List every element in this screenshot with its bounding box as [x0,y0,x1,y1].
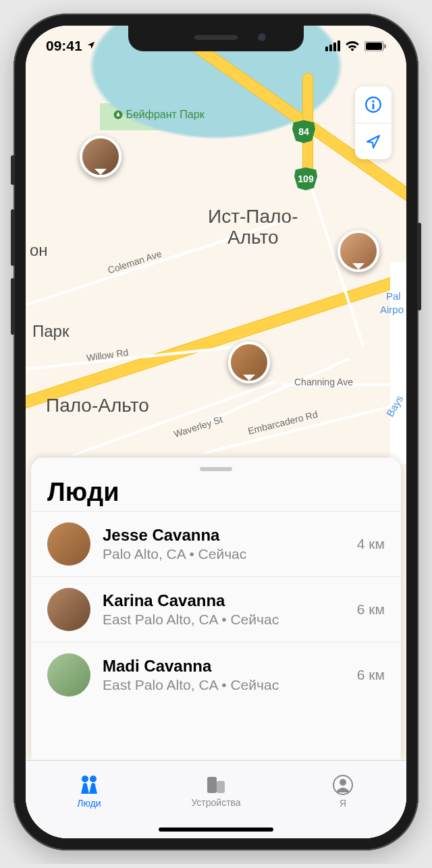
person-name: Madi Cavanna [103,657,345,676]
tab-label: Устройства [191,797,240,808]
avatar [47,653,90,697]
notch [128,26,304,51]
svg-rect-11 [207,777,217,793]
svg-point-5 [372,101,374,103]
svg-rect-6 [373,103,375,109]
location-arrow-icon [365,134,381,150]
map-avatar-pin-2[interactable] [338,230,379,272]
phone-frame: 09:41 Бейфрант Парк [14,13,418,850]
map-street-channing: Channing Ave [294,377,353,387]
svg-rect-2 [384,44,386,48]
svg-point-8 [90,776,97,782]
home-indicator[interactable] [159,828,273,832]
map-city-label-main: Ист-Пало- Альто [208,207,298,248]
person-distance: 6 км [357,601,385,618]
map-shield-109: 109 [294,167,317,190]
location-services-icon [86,40,96,50]
person-row[interactable]: Jesse Cavanna Palo Alto, CA • Сейчас 4 к… [31,511,401,576]
wifi-icon [345,40,360,51]
avatar [47,522,90,566]
map-info-button[interactable] [355,86,392,123]
svg-point-7 [82,776,88,782]
person-subtitle: Palo Alto, CA • Сейчас [103,546,345,562]
map-avatar-pin-3[interactable] [228,342,270,383]
tab-me[interactable]: Я [279,761,406,822]
person-distance: 4 км [357,536,385,552]
svg-point-14 [340,779,346,786]
svg-rect-9 [83,783,87,788]
cell-signal-icon [325,40,340,51]
tab-bar: Люди Устройства Я [26,760,406,838]
person-row[interactable]: Madi Cavanna East Palo Alto, CA • Сейчас… [31,642,401,707]
people-sheet[interactable]: Люди Jesse Cavanna Palo Alto, CA • Сейча… [31,458,401,760]
tab-label: Люди [77,798,101,809]
tab-label: Я [340,798,346,809]
tab-people[interactable]: Люди [26,761,153,822]
svg-rect-12 [217,781,225,793]
avatar [47,588,90,631]
person-row[interactable]: Karina Cavanna East Palo Alto, CA • Сейч… [31,576,401,642]
tab-devices[interactable]: Устройства [153,761,279,822]
map-park-label: Бейфрант Парк [113,109,205,121]
person-subtitle: East Palo Alto, CA • Сейчас [103,677,345,693]
sheet-title: Люди [31,478,401,511]
map-city-label-palo-alto: Пало-Альто [46,396,149,416]
screen: 09:41 Бейфрант Парк [26,26,406,838]
person-name: Jesse Cavanna [103,526,345,545]
person-subtitle: East Palo Alto, CA • Сейчас [103,612,345,628]
people-icon [77,775,101,795]
svg-rect-1 [366,43,382,50]
person-name: Karina Cavanna [103,591,345,610]
person-circle-icon [333,775,353,795]
sheet-grabber[interactable] [200,467,232,471]
person-distance: 6 км [357,667,385,683]
map-label-airpo: Airpo [380,304,404,315]
info-icon [364,96,382,113]
svg-rect-10 [91,783,95,788]
map-label-on: он [30,242,48,259]
map-controls [355,86,392,159]
status-time-text: 09:41 [46,38,82,53]
map-locate-button[interactable] [355,123,392,159]
battery-icon [364,41,386,51]
devices-icon [205,776,227,794]
map-label-park-left: Парк [32,323,69,340]
map-label-pal: Pal [386,290,401,302]
status-time: 09:41 [46,38,96,54]
map-avatar-pin-1[interactable] [80,136,122,178]
map-shield-84: 84 [292,120,315,143]
